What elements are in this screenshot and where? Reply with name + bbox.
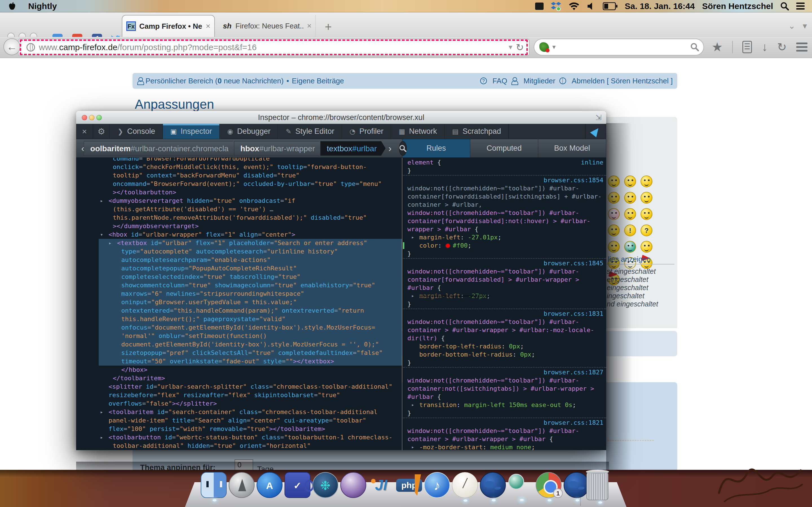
tool-tab-scratchpad[interactable]: ▤Scratchpad: [445, 124, 509, 139]
breadcrumb-item-oolbaritem[interactable]: oolbaritem#urlbar-container.chromecla: [84, 141, 237, 156]
markup-line[interactable]: completeselectedindex="true" tabscrollin…: [76, 273, 402, 281]
markup-line[interactable]: (this.getAttribute('disabled') == 'true'…: [76, 205, 402, 214]
expand-icon[interactable]: ▸: [411, 292, 414, 300]
expand-icon[interactable]: ▸: [411, 233, 414, 241]
breadcrumb-item-hbox[interactable]: hbox#urlbar-wrapper: [234, 141, 324, 156]
rule-row[interactable]: container > #urlbar-wrapper > #urlbar {: [403, 435, 606, 443]
smiley-scratch-icon[interactable]: [641, 241, 652, 252]
markup-line[interactable]: sizetopopup="pref" clickSelectsAll="true…: [76, 349, 402, 357]
menu-clock[interactable]: Sa. 18. Jan. 16:44: [625, 1, 695, 11]
dock-finder-icon[interactable]: [201, 472, 227, 498]
devtools-options-gear-icon[interactable]: ⚙: [93, 124, 110, 139]
rule-row[interactable]: #urlbar {: [403, 393, 606, 401]
dock-globe-blue-icon[interactable]: [480, 472, 506, 498]
new-tab-button[interactable]: +: [325, 20, 332, 34]
sidebar-tab-computed[interactable]: Computed: [470, 139, 538, 158]
expand-icon[interactable]: ▸: [411, 443, 414, 450]
dock-chrome-icon[interactable]: 1: [536, 472, 562, 498]
rule-row[interactable]: window:not([chromehidden~="toolbar"]) #u…: [403, 209, 606, 217]
markup-line[interactable]: </toolbaritem>: [76, 374, 402, 383]
inspector-titlebar[interactable]: Inspector – chrome://browser/content/bro…: [76, 111, 606, 124]
twisty-icon[interactable]: ▸: [109, 239, 112, 247]
tab-close-icon[interactable]: ×: [206, 22, 210, 31]
bookmarks-menu-icon[interactable]: [742, 41, 752, 53]
rule-source-link[interactable]: browser.css:1831: [544, 309, 603, 318]
markup-view[interactable]: command="Browser:ForwardOrForwardDuplica…: [76, 158, 402, 450]
rule-row[interactable]: border-top-left-radius: 0px;: [403, 342, 606, 350]
rule-row[interactable]: window:not([chromehidden~="toolbar"]) #u…: [403, 267, 606, 276]
dock-task-mug-icon[interactable]: ✓: [285, 472, 310, 498]
urlbar[interactable]: www.camp-firefox.de/forum/posting.php?mo…: [18, 39, 529, 56]
tool-tab-debugger[interactable]: ◉Debugger: [220, 124, 278, 139]
smiley-rolleyes-icon[interactable]: [641, 208, 652, 220]
tab-camp-firefox[interactable]: Fx Camp Firefox • Ne... ×: [122, 15, 215, 37]
url-text[interactable]: www.camp-firefox.de/forum/posting.php?mo…: [39, 43, 257, 52]
tool-tab-profiler[interactable]: ◔Profiler: [342, 124, 391, 139]
markup-line[interactable]: toolbar-additional" hidden="true" orient…: [76, 442, 402, 450]
zoom-light-icon[interactable]: [96, 115, 102, 120]
rule-row[interactable]: #urlbar {: [403, 284, 606, 292]
rule-source-link[interactable]: browser.css:1821: [544, 418, 603, 427]
dock-intellij-idea-icon[interactable]: JI: [368, 472, 394, 498]
rule-row[interactable]: }: [403, 409, 606, 417]
urlbar-dropmarker-icon[interactable]: ▼: [507, 44, 514, 51]
rule-row[interactable]: ▸transition: margin-left 150ms ease-out …: [403, 401, 606, 409]
markup-line[interactable]: ontextentered="this.handleCommand(param)…: [76, 306, 402, 315]
markup-line[interactable]: showcommentcolumn="true" showimagecolumn…: [76, 281, 402, 290]
rule-row[interactable]: ▸margin-left: -27.01px;: [403, 233, 606, 241]
tool-tab-network[interactable]: ▦Network: [391, 124, 445, 139]
rule-row[interactable]: browser.css:1831: [403, 309, 606, 318]
minimize-light-icon[interactable]: [89, 115, 94, 120]
markup-line[interactable]: command="Browser:ForwardOrForwardDuplica…: [76, 158, 402, 163]
rule-row[interactable]: container[forwarddisabled]:not(:hover) >…: [403, 217, 606, 225]
rule-row[interactable]: color: #f00;: [403, 241, 606, 249]
color-swatch[interactable]: [446, 243, 450, 248]
smiley-razz-icon[interactable]: [641, 192, 652, 204]
members-link[interactable]: Mitglieder: [523, 76, 555, 86]
tab-firefox-neues[interactable]: sh Firefox: Neues Feat... ×: [218, 15, 316, 37]
twisty-icon[interactable]: ▸: [100, 408, 103, 416]
markup-line[interactable]: ▸<toolbarbutton id="webrtc-status-button…: [76, 433, 402, 442]
markup-line[interactable]: autocompletesearchparam="enable-actions": [76, 256, 402, 264]
back-button[interactable]: ←: [3, 38, 20, 55]
notification-center-icon[interactable]: [796, 1, 805, 11]
markup-line[interactable]: type="autocomplete" autocompletesearch="…: [76, 247, 402, 256]
rule-row[interactable]: }: [403, 249, 606, 258]
dock-trash-icon[interactable]: [587, 471, 608, 500]
dock-itunes-icon[interactable]: ♪: [424, 472, 450, 498]
window-expand-icon[interactable]: ⇲: [595, 114, 602, 121]
rule-source-link[interactable]: browser.css:1854: [544, 176, 603, 184]
markup-line[interactable]: <splitter id="urlbar-search-splitter" cl…: [76, 383, 402, 391]
tab-close-icon[interactable]: ×: [307, 21, 312, 31]
markup-line[interactable]: ></toolbarbutton>: [76, 188, 402, 196]
rule-row[interactable]: window:not([chromehidden~="toolbar"]) #u…: [403, 184, 606, 192]
apple-menu-icon[interactable]: [8, 2, 16, 10]
search-magnifier-icon[interactable]: [691, 43, 699, 51]
volume-icon[interactable]: [587, 2, 596, 10]
breadcrumb-forward-icon[interactable]: ›: [386, 143, 395, 154]
tool-tab-style-editor[interactable]: ✎Style Editor: [278, 124, 342, 139]
dock-globe-blue-2-icon[interactable]: [564, 472, 590, 498]
search-engine-icon[interactable]: [539, 42, 549, 52]
rule-row[interactable]: container[forwarddisabled] > #urlbar-wra…: [403, 276, 606, 284]
markup-search-button[interactable]: [399, 141, 407, 156]
rule-row[interactable]: container > #urlbar,: [403, 201, 606, 209]
close-light-icon[interactable]: [82, 115, 87, 120]
rule-row[interactable]: browser.css:1845: [403, 259, 606, 267]
search-bar[interactable]: ▼: [534, 39, 704, 55]
list-all-tabs-icon[interactable]: ▾: [803, 21, 807, 31]
markup-line[interactable]: autocompletepopup="PopupAutoCompleteRich…: [76, 264, 402, 273]
rule-row[interactable]: browser.css:1827: [403, 368, 606, 376]
dock-lenses-icon[interactable]: [508, 472, 534, 498]
expand-icon[interactable]: ▸: [411, 401, 414, 409]
menu-hamburger-icon[interactable]: [796, 41, 808, 54]
markup-line[interactable]: resizebefore="flex" resizeafter="flex" s…: [76, 391, 402, 399]
dock-app-store-icon[interactable]: A: [257, 472, 283, 498]
rule-row[interactable]: ▸-moz-border-start: medium none;: [403, 443, 606, 450]
wifi-icon[interactable]: [568, 2, 580, 11]
tool-tab-console[interactable]: ❯Console: [110, 124, 163, 139]
markup-line[interactable]: 'normal'" onblur="setTimeout(function(): [76, 332, 402, 340]
dock-phpstorm-icon[interactable]: php: [396, 472, 422, 498]
spotlight-icon[interactable]: [780, 2, 789, 10]
sidebar-tab-rules[interactable]: Rules: [402, 139, 470, 158]
